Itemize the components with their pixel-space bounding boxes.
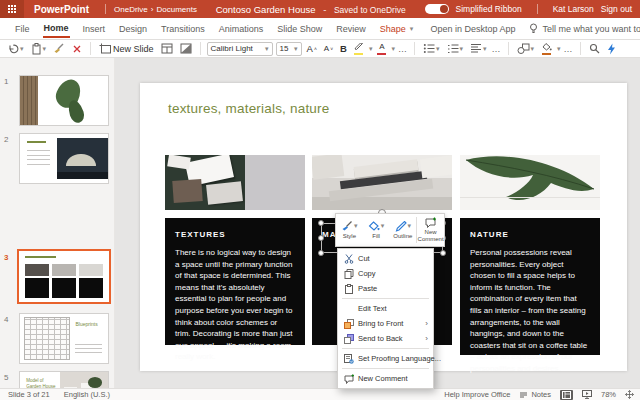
slide-thumbnail-4[interactable]: 4 Blueprints (0, 313, 115, 364)
align-text-icon (470, 43, 482, 54)
font-name-combobox[interactable]: Calibri Light ▾ (207, 42, 273, 56)
slide-3-editing-surface[interactable]: textures, materials, nature TEXTURES The… (140, 83, 627, 371)
stone-slabs-photo[interactable] (312, 155, 452, 210)
selection-handle-bottom-right[interactable] (440, 250, 446, 256)
fill-label: Fill (372, 233, 380, 240)
context-menu-separator (342, 298, 429, 299)
more-shape-options-button[interactable]: … (564, 44, 574, 54)
find-button[interactable] (587, 42, 602, 55)
new-slide-button[interactable]: New Slide (97, 42, 156, 56)
context-menu-set-proofing-language[interactable]: Set Proofing Language... (338, 351, 433, 366)
title-bar-graphic (25, 256, 56, 258)
fill-button[interactable]: ▾ Fill (363, 214, 390, 246)
selection-handle-middle-left[interactable] (318, 235, 324, 241)
slide-title-text[interactable]: textures, materials, nature (168, 101, 329, 116)
app-launcher-button[interactable] (0, 0, 24, 18)
slide-thumbnail-2[interactable]: 2 (0, 133, 115, 184)
nature-text-box[interactable]: NATURE Personal possessions reveal perso… (460, 218, 600, 355)
context-menu-new-comment[interactable]: New Comment (338, 371, 433, 386)
style-button[interactable]: ▾ Style (336, 214, 363, 246)
highlight-color-button[interactable] (352, 42, 366, 56)
titlebar-right: Simplified Ribbon Kat Larson Sign out (425, 4, 632, 14)
font-name-value: Calibri Light (211, 44, 253, 53)
tell-me-box[interactable]: Tell me what you want to do (529, 23, 640, 34)
context-menu-cut[interactable]: Cut (338, 251, 433, 266)
context-menu-copy[interactable]: Copy (338, 266, 433, 281)
app-name[interactable]: PowerPoint (34, 4, 89, 15)
delete-button[interactable] (70, 43, 84, 55)
document-title[interactable]: Contoso Garden House (216, 4, 316, 15)
tab-animations[interactable]: Animations (218, 20, 265, 37)
chevron-down-icon: ▾ (410, 25, 414, 33)
more-font-options-button[interactable]: … (398, 44, 408, 54)
thumbnail-image[interactable]: Model of Garden House (19, 371, 109, 388)
tab-design[interactable]: Design (118, 20, 148, 37)
tab-slide-show[interactable]: Slide Show (276, 20, 323, 37)
thumbnail-image[interactable]: Blueprints (19, 313, 109, 364)
tab-insert[interactable]: Insert (82, 20, 107, 37)
tab-review[interactable]: Review (335, 20, 367, 37)
designer-button[interactable] (605, 42, 618, 56)
sign-out-link[interactable]: Sign out (601, 4, 632, 14)
thumbnail-image[interactable] (19, 133, 109, 184)
normal-view-button[interactable] (560, 390, 573, 400)
palm-leaf-photo[interactable] (460, 155, 600, 210)
save-status[interactable]: Saved to OneDrive (334, 5, 406, 15)
bold-button[interactable]: B (338, 42, 349, 55)
align-button[interactable]: ▾ (468, 42, 489, 55)
textures-text-box[interactable]: TEXTURES There is no logical way to desi… (165, 218, 305, 345)
chevron-down-icon: ▾ (381, 222, 385, 230)
mini-new-comment-button[interactable]: New Comment (417, 214, 444, 246)
slideshow-view-button[interactable] (582, 390, 592, 399)
thumbnail-image[interactable] (17, 249, 111, 304)
context-menu-edit-text[interactable]: Edit Text (338, 301, 433, 316)
notes-toggle-button[interactable]: Notes (519, 390, 551, 399)
font-size-combobox[interactable]: 15 ▾ (276, 42, 302, 56)
fit-to-window-button[interactable] (625, 390, 634, 399)
breadcrumb-current[interactable]: Documents (156, 5, 196, 14)
tab-transitions[interactable]: Transitions (160, 20, 206, 37)
notes-icon (519, 391, 528, 399)
reset-button[interactable] (178, 42, 194, 55)
slide-thumbnail-5[interactable]: 5 Model of Garden House (0, 371, 115, 388)
thumbnail-title: Model of Garden House (26, 378, 58, 388)
open-in-desktop-button[interactable]: Open in Desktop App (430, 24, 515, 34)
tab-file[interactable]: File (14, 20, 31, 37)
tab-shape-contextual[interactable]: Shape▾ (379, 20, 415, 37)
zoom-level-indicator[interactable]: 78% (601, 390, 616, 399)
tab-home[interactable]: Home (43, 19, 70, 38)
slide-position-indicator[interactable]: Slide 3 of 21 (8, 390, 50, 399)
selection-handle-top-left[interactable] (318, 220, 324, 226)
slide-canvas[interactable]: textures, materials, nature TEXTURES The… (115, 58, 640, 388)
shape-fill-button[interactable] (539, 42, 554, 56)
slide-thumbnail-3-selected[interactable]: 3 (0, 251, 115, 302)
outline-button[interactable]: ▾ Outline (390, 214, 417, 246)
language-indicator[interactable]: English (U.S.) (64, 390, 110, 399)
grow-font-button[interactable]: A˄ (305, 42, 319, 55)
context-menu-bring-to-front[interactable]: Bring to Front › (338, 316, 433, 331)
user-name[interactable]: Kat Larson (553, 4, 594, 14)
simplified-ribbon-toggle[interactable] (425, 4, 449, 14)
context-menu-send-to-back[interactable]: Send to Back › (338, 331, 433, 346)
breadcrumb-separator: › (151, 5, 154, 14)
undo-button[interactable]: ▾ (5, 42, 26, 56)
format-painter-button[interactable] (51, 42, 67, 56)
shrink-font-button[interactable]: A˅ (322, 43, 335, 54)
context-menu-paste[interactable]: Paste (338, 281, 433, 296)
numbering-button[interactable]: ▾ (445, 42, 466, 55)
bullets-button[interactable]: ▾ (421, 42, 442, 55)
font-color-button[interactable]: A (375, 42, 388, 56)
layout-button[interactable] (159, 42, 175, 55)
blueprint-graphic (24, 317, 70, 360)
help-improve-office-link[interactable]: Help Improve Office (444, 390, 510, 399)
selection-handle-bottom-left[interactable] (318, 250, 324, 256)
shapes-button[interactable]: ▾ (515, 42, 537, 56)
paste-button[interactable]: ▾ (29, 42, 49, 56)
material-swatches-photo[interactable] (165, 155, 305, 210)
slide-thumbnail-1[interactable]: 1 (0, 75, 115, 126)
breadcrumb-root[interactable]: OneDrive (114, 5, 148, 14)
more-paragraph-options-button[interactable]: … (492, 44, 502, 54)
paste-icon (344, 284, 354, 294)
thumbnail-image[interactable] (19, 75, 109, 126)
textures-body: There is no logical way to design a spac… (175, 247, 295, 363)
